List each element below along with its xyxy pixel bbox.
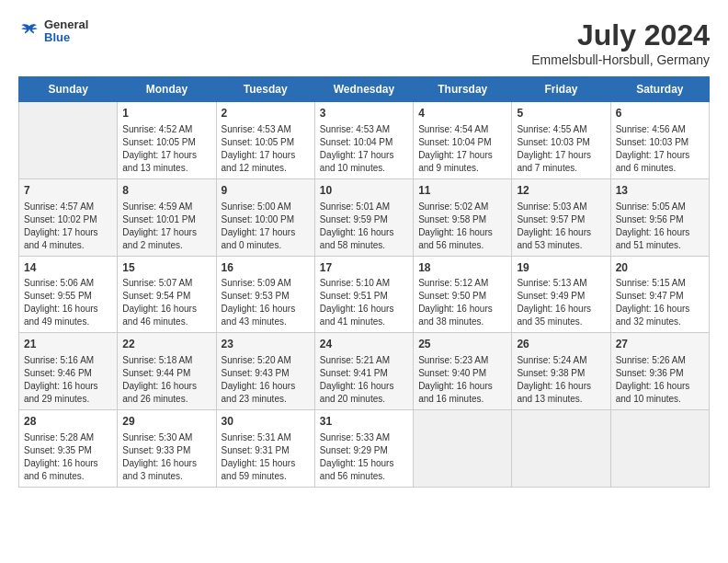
day-info: Sunrise: 5:13 AM Sunset: 9:49 PM Dayligh… xyxy=(517,277,605,328)
calendar-cell: 2Sunrise: 4:53 AM Sunset: 10:05 PM Dayli… xyxy=(216,102,314,179)
calendar-cell xyxy=(610,410,709,488)
weekday-header-friday: Friday xyxy=(512,77,610,102)
day-number: 21 xyxy=(24,337,112,352)
day-info: Sunrise: 5:18 AM Sunset: 9:44 PM Dayligh… xyxy=(122,354,210,406)
day-info: Sunrise: 5:33 AM Sunset: 9:29 PM Dayligh… xyxy=(320,431,408,483)
calendar-cell: 12Sunrise: 5:03 AM Sunset: 9:57 PM Dayli… xyxy=(512,178,610,256)
calendar-cell: 9Sunrise: 5:00 AM Sunset: 10:00 PM Dayli… xyxy=(216,178,314,256)
calendar-cell: 16Sunrise: 5:09 AM Sunset: 9:53 PM Dayli… xyxy=(216,256,314,333)
calendar-cell: 21Sunrise: 5:16 AM Sunset: 9:46 PM Dayli… xyxy=(19,333,118,410)
day-number: 28 xyxy=(24,414,112,430)
calendar-cell: 10Sunrise: 5:01 AM Sunset: 9:59 PM Dayli… xyxy=(314,178,413,256)
calendar-cell: 20Sunrise: 5:15 AM Sunset: 9:47 PM Dayli… xyxy=(610,256,709,333)
weekday-header-tuesday: Tuesday xyxy=(216,77,314,102)
day-info: Sunrise: 4:55 AM Sunset: 10:03 PM Daylig… xyxy=(517,123,605,175)
weekday-header-wednesday: Wednesday xyxy=(314,77,413,102)
calendar-cell: 6Sunrise: 4:56 AM Sunset: 10:03 PM Dayli… xyxy=(610,102,709,179)
calendar-cell: 1Sunrise: 4:52 AM Sunset: 10:05 PM Dayli… xyxy=(118,102,216,179)
day-number: 16 xyxy=(222,260,310,276)
day-info: Sunrise: 5:21 AM Sunset: 9:41 PM Dayligh… xyxy=(320,354,408,406)
calendar-cell: 18Sunrise: 5:12 AM Sunset: 9:50 PM Dayli… xyxy=(414,256,512,333)
day-number: 31 xyxy=(320,414,408,430)
day-info: Sunrise: 5:30 AM Sunset: 9:33 PM Dayligh… xyxy=(122,431,210,483)
day-info: Sunrise: 4:53 AM Sunset: 10:05 PM Daylig… xyxy=(222,123,310,175)
calendar-cell: 25Sunrise: 5:23 AM Sunset: 9:40 PM Dayli… xyxy=(414,333,512,410)
day-info: Sunrise: 5:07 AM Sunset: 9:54 PM Dayligh… xyxy=(122,277,210,328)
logo-bird-icon xyxy=(18,20,40,42)
day-number: 4 xyxy=(418,106,506,121)
day-number: 22 xyxy=(122,337,210,352)
day-number: 26 xyxy=(517,337,605,352)
calendar-cell: 23Sunrise: 5:20 AM Sunset: 9:43 PM Dayli… xyxy=(216,333,314,410)
day-number: 20 xyxy=(616,260,704,276)
day-number: 30 xyxy=(222,414,310,430)
calendar-cell: 28Sunrise: 5:28 AM Sunset: 9:35 PM Dayli… xyxy=(19,410,118,488)
calendar-table: SundayMondayTuesdayWednesdayThursdayFrid… xyxy=(18,76,710,488)
day-info: Sunrise: 4:52 AM Sunset: 10:05 PM Daylig… xyxy=(122,123,210,175)
day-number: 15 xyxy=(122,260,210,276)
day-info: Sunrise: 4:56 AM Sunset: 10:03 PM Daylig… xyxy=(616,123,704,175)
calendar-cell xyxy=(512,410,610,488)
day-number: 3 xyxy=(320,106,408,121)
calendar-cell: 22Sunrise: 5:18 AM Sunset: 9:44 PM Dayli… xyxy=(118,333,216,410)
calendar-cell xyxy=(19,102,118,179)
calendar-cell: 31Sunrise: 5:33 AM Sunset: 9:29 PM Dayli… xyxy=(314,410,413,488)
logo: General Blue xyxy=(18,18,88,45)
day-info: Sunrise: 5:02 AM Sunset: 9:58 PM Dayligh… xyxy=(418,201,506,252)
day-info: Sunrise: 4:59 AM Sunset: 10:01 PM Daylig… xyxy=(122,201,210,252)
day-info: Sunrise: 5:05 AM Sunset: 9:56 PM Dayligh… xyxy=(616,201,704,252)
day-info: Sunrise: 4:57 AM Sunset: 10:02 PM Daylig… xyxy=(24,201,112,252)
day-number: 10 xyxy=(320,183,408,199)
day-number: 17 xyxy=(320,260,408,276)
calendar-cell: 17Sunrise: 5:10 AM Sunset: 9:51 PM Dayli… xyxy=(314,256,413,333)
day-info: Sunrise: 4:54 AM Sunset: 10:04 PM Daylig… xyxy=(418,123,506,175)
calendar-cell: 8Sunrise: 4:59 AM Sunset: 10:01 PM Dayli… xyxy=(118,178,216,256)
day-number: 24 xyxy=(320,337,408,352)
weekday-header-sunday: Sunday xyxy=(19,77,118,102)
weekday-header-saturday: Saturday xyxy=(610,77,709,102)
day-info: Sunrise: 5:24 AM Sunset: 9:38 PM Dayligh… xyxy=(517,354,605,406)
calendar-cell: 29Sunrise: 5:30 AM Sunset: 9:33 PM Dayli… xyxy=(118,410,216,488)
day-number: 14 xyxy=(24,260,112,276)
weekday-header-monday: Monday xyxy=(118,77,216,102)
day-number: 19 xyxy=(517,260,605,276)
day-info: Sunrise: 5:23 AM Sunset: 9:40 PM Dayligh… xyxy=(418,354,506,406)
day-number: 12 xyxy=(517,183,605,199)
calendar-cell: 27Sunrise: 5:26 AM Sunset: 9:36 PM Dayli… xyxy=(610,333,709,410)
day-number: 11 xyxy=(418,183,506,199)
title-section: July 2024 Emmelsbull-Horsbull, Germany xyxy=(531,18,710,67)
logo-text: General Blue xyxy=(44,18,88,45)
day-number: 9 xyxy=(222,183,310,199)
calendar-cell: 24Sunrise: 5:21 AM Sunset: 9:41 PM Dayli… xyxy=(314,333,413,410)
day-number: 6 xyxy=(616,106,704,121)
day-number: 18 xyxy=(418,260,506,276)
weekday-header-thursday: Thursday xyxy=(414,77,512,102)
calendar-cell: 7Sunrise: 4:57 AM Sunset: 10:02 PM Dayli… xyxy=(19,178,118,256)
day-info: Sunrise: 5:28 AM Sunset: 9:35 PM Dayligh… xyxy=(24,431,112,483)
day-number: 2 xyxy=(222,106,310,121)
day-info: Sunrise: 5:15 AM Sunset: 9:47 PM Dayligh… xyxy=(616,277,704,328)
day-info: Sunrise: 5:00 AM Sunset: 10:00 PM Daylig… xyxy=(222,201,310,252)
day-info: Sunrise: 5:03 AM Sunset: 9:57 PM Dayligh… xyxy=(517,201,605,252)
calendar-cell: 30Sunrise: 5:31 AM Sunset: 9:31 PM Dayli… xyxy=(216,410,314,488)
calendar-cell: 15Sunrise: 5:07 AM Sunset: 9:54 PM Dayli… xyxy=(118,256,216,333)
calendar-cell: 13Sunrise: 5:05 AM Sunset: 9:56 PM Dayli… xyxy=(610,178,709,256)
calendar-cell: 14Sunrise: 5:06 AM Sunset: 9:55 PM Dayli… xyxy=(19,256,118,333)
month-year-title: July 2024 xyxy=(531,18,710,52)
day-info: Sunrise: 5:20 AM Sunset: 9:43 PM Dayligh… xyxy=(222,354,310,406)
day-number: 27 xyxy=(616,337,704,352)
day-info: Sunrise: 5:01 AM Sunset: 9:59 PM Dayligh… xyxy=(320,201,408,252)
calendar-cell: 3Sunrise: 4:53 AM Sunset: 10:04 PM Dayli… xyxy=(314,102,413,179)
day-number: 5 xyxy=(517,106,605,121)
day-info: Sunrise: 5:31 AM Sunset: 9:31 PM Dayligh… xyxy=(222,431,310,483)
calendar-cell: 4Sunrise: 4:54 AM Sunset: 10:04 PM Dayli… xyxy=(414,102,512,179)
calendar-cell: 11Sunrise: 5:02 AM Sunset: 9:58 PM Dayli… xyxy=(414,178,512,256)
calendar-cell: 26Sunrise: 5:24 AM Sunset: 9:38 PM Dayli… xyxy=(512,333,610,410)
day-info: Sunrise: 4:53 AM Sunset: 10:04 PM Daylig… xyxy=(320,123,408,175)
day-number: 29 xyxy=(122,414,210,430)
day-info: Sunrise: 5:26 AM Sunset: 9:36 PM Dayligh… xyxy=(616,354,704,406)
day-info: Sunrise: 5:12 AM Sunset: 9:50 PM Dayligh… xyxy=(418,277,506,328)
day-number: 23 xyxy=(222,337,310,352)
day-info: Sunrise: 5:09 AM Sunset: 9:53 PM Dayligh… xyxy=(222,277,310,328)
day-number: 8 xyxy=(122,183,210,199)
